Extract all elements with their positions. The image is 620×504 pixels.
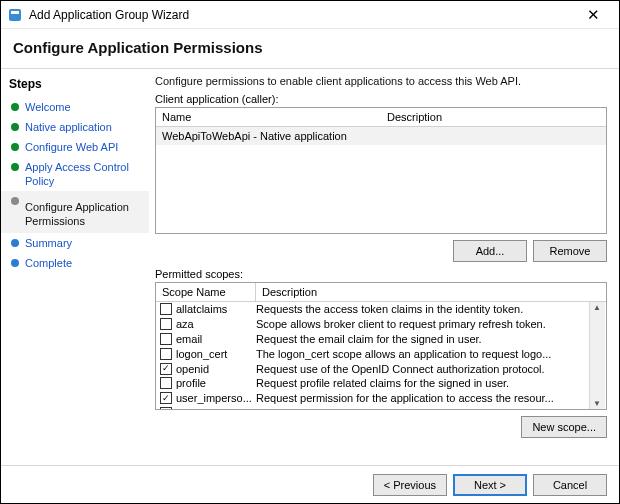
svg-rect-0 xyxy=(9,9,21,21)
scope-name: allatclaims xyxy=(176,303,256,315)
scope-row[interactable]: user_imperso...Request permission for th… xyxy=(156,391,606,406)
scope-desc: Request profile related claims for the s… xyxy=(256,377,602,389)
title-bar: Add Application Group Wizard ✕ xyxy=(1,1,619,29)
scope-name: profile xyxy=(176,377,256,389)
main-panel: Configure permissions to enable client a… xyxy=(149,69,619,504)
scope-col-desc: Description xyxy=(256,283,606,301)
scope-checkbox[interactable] xyxy=(160,348,172,360)
scope-row[interactable]: logon_certThe logon_cert scope allows an… xyxy=(156,346,606,361)
client-col-name: Name xyxy=(156,108,381,126)
step-bullet-icon xyxy=(11,103,19,111)
client-applications-list[interactable]: Name Description WebApiToWebApi - Native… xyxy=(155,107,607,234)
step-4: Configure Application Permissions xyxy=(1,191,149,233)
scrollbar[interactable] xyxy=(589,302,605,409)
scope-desc: The logon_cert scope allows an applicati… xyxy=(256,348,602,360)
scope-checkbox[interactable] xyxy=(160,363,172,375)
scope-row[interactable]: openidRequest use of the OpenID Connect … xyxy=(156,361,606,376)
scope-row[interactable]: azaScope allows broker client to request… xyxy=(156,317,606,332)
scope-desc: Request the email claim for the signed i… xyxy=(256,333,602,345)
scope-checkbox[interactable] xyxy=(160,392,172,404)
svg-rect-1 xyxy=(11,11,19,14)
scope-col-name: Scope Name xyxy=(156,283,256,301)
scope-name: vpn_cert xyxy=(176,407,256,409)
steps-sidebar: Steps WelcomeNative applicationConfigure… xyxy=(1,69,149,504)
scope-desc: Requests the access token claims in the … xyxy=(256,303,602,315)
scope-checkbox[interactable] xyxy=(160,333,172,345)
step-1[interactable]: Native application xyxy=(1,117,149,137)
step-label: Configure Web API xyxy=(25,140,118,154)
scope-checkbox[interactable] xyxy=(160,377,172,389)
previous-button[interactable]: < Previous xyxy=(373,474,447,496)
scope-row[interactable]: vpn_certThe vpn_cert scope allows an app… xyxy=(156,406,606,409)
scope-name: email xyxy=(176,333,256,345)
scope-row[interactable]: allatclaimsRequests the access token cla… xyxy=(156,302,606,317)
page-title: Configure Application Permissions xyxy=(1,29,619,69)
steps-heading: Steps xyxy=(1,75,149,97)
scope-name: user_imperso... xyxy=(176,392,256,404)
new-scope-button[interactable]: New scope... xyxy=(521,416,607,438)
window-title: Add Application Group Wizard xyxy=(29,8,189,22)
cancel-button[interactable]: Cancel xyxy=(533,474,607,496)
next-button[interactable]: Next > xyxy=(453,474,527,496)
scopes-label: Permitted scopes: xyxy=(155,268,607,280)
scope-checkbox[interactable] xyxy=(160,318,172,330)
scope-desc: Request permission for the application t… xyxy=(256,392,602,404)
step-0[interactable]: Welcome xyxy=(1,97,149,117)
scope-row[interactable]: emailRequest the email claim for the sig… xyxy=(156,332,606,347)
close-icon[interactable]: ✕ xyxy=(573,6,613,24)
step-6[interactable]: Complete xyxy=(1,253,149,273)
step-3[interactable]: Apply Access Control Policy xyxy=(1,157,149,191)
add-button[interactable]: Add... xyxy=(453,240,527,262)
scope-desc: Scope allows broker client to request pr… xyxy=(256,318,602,330)
step-bullet-icon xyxy=(11,143,19,151)
scope-desc: Request use of the OpenID Connect author… xyxy=(256,363,602,375)
step-bullet-icon xyxy=(11,197,19,205)
scope-row[interactable]: profileRequest profile related claims fo… xyxy=(156,376,606,391)
step-2[interactable]: Configure Web API xyxy=(1,137,149,157)
app-icon xyxy=(7,7,23,23)
step-label: Welcome xyxy=(25,100,71,114)
intro-text: Configure permissions to enable client a… xyxy=(155,75,607,87)
remove-button[interactable]: Remove xyxy=(533,240,607,262)
step-bullet-icon xyxy=(11,239,19,247)
scope-name: logon_cert xyxy=(176,348,256,360)
scope-desc: The vpn_cert scope allows an application… xyxy=(256,407,602,409)
client-col-desc: Description xyxy=(381,108,606,126)
scope-checkbox[interactable] xyxy=(160,407,172,409)
client-label: Client application (caller): xyxy=(155,93,607,105)
step-label: Apply Access Control Policy xyxy=(25,160,141,188)
scope-name: openid xyxy=(176,363,256,375)
client-row[interactable]: WebApiToWebApi - Native application xyxy=(156,127,606,145)
step-label: Native application xyxy=(25,120,112,134)
step-bullet-icon xyxy=(11,163,19,171)
step-label: Complete xyxy=(25,256,72,270)
wizard-button-bar: < Previous Next > Cancel xyxy=(1,465,619,503)
step-label: Configure Application Permissions xyxy=(25,200,141,228)
step-bullet-icon xyxy=(11,259,19,267)
permitted-scopes-list[interactable]: Scope Name Description allatclaimsReques… xyxy=(155,282,607,410)
step-label: Summary xyxy=(25,236,72,250)
step-5[interactable]: Summary xyxy=(1,233,149,253)
step-bullet-icon xyxy=(11,123,19,131)
scope-name: aza xyxy=(176,318,256,330)
scope-checkbox[interactable] xyxy=(160,303,172,315)
